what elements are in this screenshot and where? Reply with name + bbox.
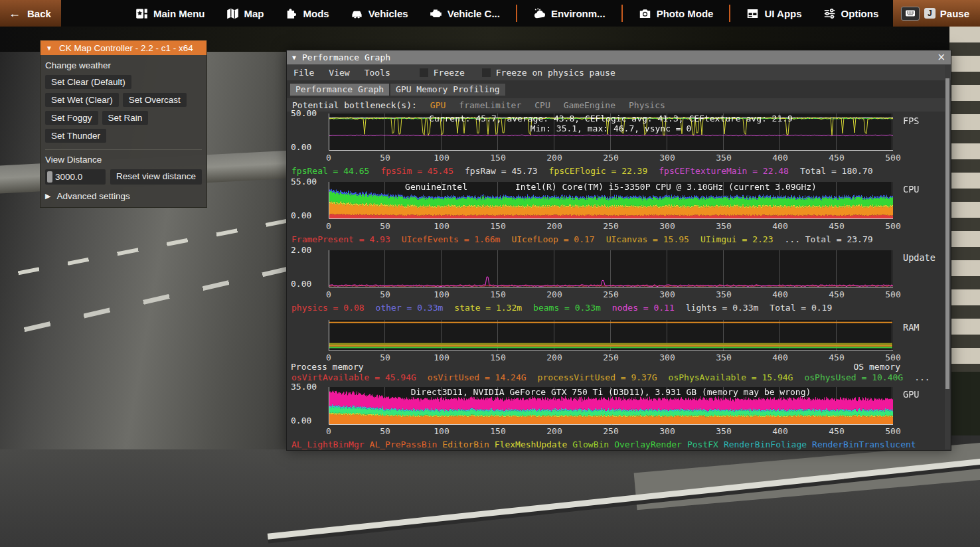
x-tick-label: 300 — [659, 426, 675, 436]
x-tick-label: 100 — [434, 153, 449, 163]
topbar-item-vehicle-c[interactable]: Vehicle C... — [430, 7, 500, 20]
x-tick-label: 250 — [603, 352, 618, 362]
legend-item: FlexMeshUpdate — [495, 439, 568, 449]
x-tick-label: 250 — [603, 153, 618, 163]
x-tick-label: 300 — [659, 221, 675, 231]
advanced-settings-toggle[interactable]: ▶ Advanced settings — [45, 191, 202, 201]
checkbox-icon[interactable] — [420, 68, 428, 77]
view-distance-label: View Distance — [45, 155, 202, 165]
ck-map-controller-panel: ▼ CK Map Controller - 2.2 - c1 - x64 Cha… — [40, 40, 207, 208]
view-distance-slider[interactable]: 3000.0 — [45, 169, 106, 185]
scrollbar-thumb[interactable] — [945, 78, 949, 389]
close-icon[interactable]: × — [937, 52, 945, 62]
update-plot — [329, 250, 893, 287]
gpu-axis-side-label: GPU — [903, 389, 919, 400]
stat-value: UIimgui = 2.23 — [700, 234, 774, 244]
freeze-checkbox[interactable]: Freeze — [420, 68, 465, 78]
set-foggy-button[interactable]: Set Foggy — [45, 111, 98, 125]
set-clear-default-button[interactable]: Set Clear (Default) — [45, 75, 131, 89]
change-weather-label: Change weather — [45, 60, 202, 70]
topbar-item-options[interactable]: Options — [823, 7, 879, 20]
legend-item: PostFX — [687, 439, 718, 449]
topbar-item-label: Environm... — [551, 8, 606, 19]
os-memory-label: OS memory — [854, 362, 900, 372]
gpu-stats-row: AL_LightBinMgrAL_PrePassBinEditorBinFlex… — [291, 439, 949, 449]
scene-hedge — [949, 372, 980, 435]
stat-value: fpsCEFtextureMain = 22.48 — [659, 166, 789, 176]
fps-graph-section: 50.000.00Current: 45.7, average: 43.8, C… — [287, 109, 951, 177]
cpu-graph-section: 55.000.00GenuineIntelIntel(R) Core(TM) i… — [287, 177, 951, 246]
stat-value: beams = 0.33m — [533, 303, 601, 313]
x-tick-label: 250 — [603, 221, 618, 231]
ui-apps-icon — [746, 7, 759, 20]
ram-stats-row: osVirtAvailable = 45.94GosVirtUsed = 14.… — [291, 372, 949, 382]
topbar-item-vehicles[interactable]: Vehicles — [351, 7, 408, 20]
legend-item: AL_PrePassBin — [370, 439, 438, 449]
update-x-axis-ticks: 050100150200250300350400450500 — [329, 289, 893, 299]
back-arrow-icon: ← — [9, 7, 21, 19]
tab-performance-graph[interactable]: Performance Graph — [290, 84, 389, 96]
pause-button[interactable]: J Pause — [893, 0, 980, 27]
window-scrollbar[interactable] — [945, 65, 950, 449]
y-axis-min-label: 0.00 — [291, 279, 311, 289]
ck-panel-titlebar[interactable]: ▼ CK Map Controller - 2.2 - c1 - x64 — [41, 40, 206, 55]
topbar-item-main-menu[interactable]: Main Menu — [135, 7, 205, 20]
topbar-item-label: Vehicles — [368, 8, 408, 19]
topbar-item-environm[interactable]: Environm... — [533, 7, 606, 20]
set-thunder-button[interactable]: Set Thunder — [45, 129, 106, 143]
window-menubar: FileViewTools Freeze Freeze on physics p… — [287, 64, 951, 80]
vehicles-icon — [351, 7, 363, 20]
collapse-triangle-icon[interactable]: ▼ — [292, 54, 296, 61]
menu-file[interactable]: File — [293, 68, 314, 78]
slider-grab-handle[interactable] — [47, 171, 52, 183]
menu-items: FileViewTools — [293, 68, 405, 78]
stat-value: lights = 0.33m — [686, 303, 759, 313]
y-axis-max-label: 2.00 — [291, 245, 311, 255]
photo-mode-icon — [639, 7, 651, 20]
checkbox-icon[interactable] — [482, 68, 491, 77]
x-tick-label: 300 — [659, 289, 675, 299]
freeze-label: Freeze — [434, 68, 465, 78]
topbar-item-mods[interactable]: Mods — [286, 7, 329, 20]
topbar-item-label: Options — [841, 8, 879, 19]
top-menu-items: Main MenuMapModsVehiclesVehicle C...Envi… — [135, 5, 878, 22]
collapse-triangle-icon[interactable]: ▼ — [46, 44, 52, 52]
mods-icon — [286, 7, 298, 20]
ram-x-axis-ticks: 050100150200250300350400450500 — [329, 352, 893, 362]
x-tick-label: 100 — [434, 352, 449, 362]
topbar-item-label: UI Apps — [764, 8, 801, 19]
x-tick-label: 200 — [546, 221, 562, 231]
fps-graph-canvas — [329, 114, 893, 151]
set-wet-clear-button[interactable]: Set Wet (Clear) — [45, 93, 119, 107]
set-overcast-button[interactable]: Set Overcast — [123, 93, 187, 107]
topbar-item-photo-mode[interactable]: Photo Mode — [639, 7, 714, 20]
stat-value: fpsCEFlogic = 22.39 — [549, 166, 648, 176]
menu-separator — [516, 5, 517, 22]
ram-plot — [329, 320, 893, 351]
topbar-item-map[interactable]: Map — [226, 7, 264, 20]
x-tick-label: 100 — [434, 221, 449, 231]
freeze-on-physics-pause-checkbox[interactable]: Freeze on physics pause — [482, 68, 615, 78]
x-tick-label: 350 — [716, 426, 731, 436]
reset-view-distance-button[interactable]: Reset view distance — [110, 169, 202, 185]
topbar-item-label: Main Menu — [153, 8, 205, 19]
x-tick-label: 0 — [326, 352, 331, 362]
keyboard-icon — [901, 7, 920, 21]
main-menu-icon — [135, 7, 148, 20]
gpu-graph-canvas — [329, 387, 893, 425]
tab-gpu-memory-profiling[interactable]: GPU Memory Profiling — [390, 84, 505, 96]
topbar-item-ui-apps[interactable]: UI Apps — [746, 7, 801, 20]
menu-view[interactable]: View — [329, 68, 349, 78]
x-tick-label: 400 — [772, 426, 787, 436]
x-tick-label: 150 — [490, 289, 505, 299]
x-tick-label: 0 — [326, 153, 331, 163]
menu-tools[interactable]: Tools — [365, 68, 390, 78]
y-axis-min-label: 0.00 — [291, 416, 311, 426]
stat-value: UIcefEvents = 1.66m — [402, 234, 501, 244]
stat-value: osPhysAvailable = 15.94G — [669, 372, 793, 382]
back-button[interactable]: ← Back — [0, 0, 61, 27]
x-tick-label: 150 — [490, 352, 505, 362]
legend-item: EditorBin — [442, 439, 489, 449]
set-rain-button[interactable]: Set Rain — [102, 111, 149, 125]
window-titlebar[interactable]: ▼ Performance Graph × — [287, 50, 951, 64]
